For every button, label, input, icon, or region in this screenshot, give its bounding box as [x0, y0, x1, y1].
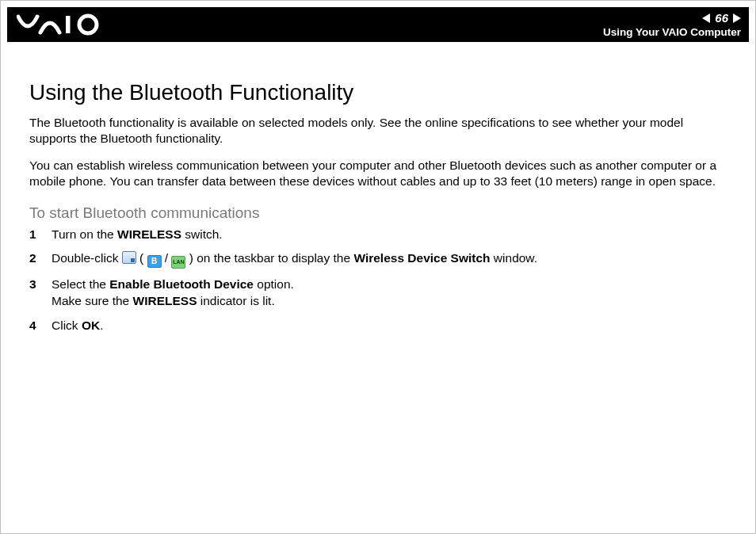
next-page-icon[interactable]	[733, 13, 741, 23]
header-right: 66 Using Your VAIO Computer	[603, 11, 741, 38]
step-text: (	[136, 251, 147, 265]
step-text: option.	[254, 277, 294, 291]
step-text: Double-click	[52, 251, 122, 265]
chapter-title: Using Your VAIO Computer	[603, 26, 741, 38]
paragraph-1: The Bluetooth functionality is available…	[29, 115, 727, 147]
step-bold: WIRELESS	[133, 294, 197, 307]
document-page: 66 Using Your VAIO Computer Using the Bl…	[0, 0, 756, 534]
step-text: ) on the taskbar to display the	[185, 251, 353, 265]
step-bold: Enable Bluetooth Device	[109, 277, 254, 291]
step-text: .	[100, 318, 103, 332]
svg-rect-0	[66, 16, 71, 33]
step-text: Turn on the	[52, 227, 117, 241]
steps-list: Turn on the WIRELESS switch. Double-clic…	[29, 227, 727, 335]
step-text: switch.	[181, 227, 223, 241]
vaio-logo	[17, 13, 104, 36]
step-text: Click	[52, 318, 82, 332]
step-bold: Wireless Device Switch	[353, 251, 490, 265]
step-3: Select the Enable Bluetooth Device optio…	[29, 277, 727, 310]
taskbar-icon	[122, 251, 136, 264]
page-content: Using the Bluetooth Functionality The Bl…	[29, 80, 727, 342]
vaio-logo-icon	[17, 13, 104, 36]
paragraph-2: You can establish wireless communication…	[29, 158, 727, 189]
page-header: 66 Using Your VAIO Computer	[7, 7, 749, 42]
svg-point-1	[79, 16, 97, 33]
step-text: indicator is lit.	[197, 294, 274, 307]
section-subhead: To start Bluetooth communications	[29, 204, 727, 222]
step-text: /	[162, 251, 172, 265]
prev-page-icon[interactable]	[702, 13, 710, 23]
step-1: Turn on the WIRELESS switch.	[29, 227, 727, 243]
step-bold: OK	[82, 318, 100, 332]
step-2: Double-click ( B / LAN ) on the taskbar …	[29, 250, 727, 269]
lan-icon: LAN	[171, 256, 185, 269]
step-text: Select the	[52, 277, 109, 291]
page-number: 66	[715, 11, 728, 25]
step-bold: WIRELESS	[117, 227, 181, 241]
step-text: Make sure the	[52, 294, 133, 307]
step-text: window.	[491, 251, 537, 265]
step-4: Click OK.	[29, 318, 727, 334]
bluetooth-icon: B	[147, 255, 162, 268]
page-nav: 66	[702, 11, 741, 25]
page-title: Using the Bluetooth Functionality	[29, 80, 727, 105]
